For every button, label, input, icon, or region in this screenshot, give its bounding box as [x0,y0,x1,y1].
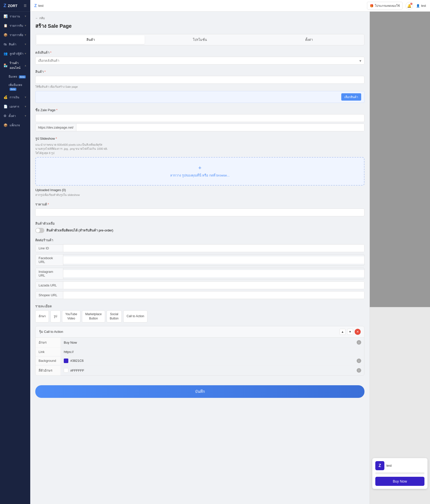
contact-row-line: Line ID [35,244,364,252]
sidebar-item-online-store[interactable]: 🏪ร้านค้าออนไลน์ ▲ [0,58,30,72]
price-label: ราคาแต้ * [35,202,364,207]
detail-btn-cta[interactable]: Call to Action [123,310,147,322]
cta-controls: ▲ ▼ ✕ [340,329,361,335]
warehouse-select[interactable]: เลือกคลังสินค้า [35,57,364,65]
tab-products[interactable]: สินค้า [37,35,145,44]
instagram-input[interactable] [63,270,364,277]
warehouse-section: คลังสินค้า * เลือกคลังสินค้า ▼ [35,50,364,65]
shopee-label: Shopee URL [36,291,63,299]
cta-delete-button[interactable]: ✕ [355,329,361,335]
logo-text: ZORT [8,4,17,8]
text-color-input[interactable] [70,369,355,372]
preview-price-bar [375,472,424,474]
sidebar-sub-item-themes[interactable]: ธีมเพจ Beta [0,72,30,81]
cta-block: รุ้ม Call to Action ▲ ▼ ✕ อักษร [35,326,364,376]
tab-promotions[interactable]: โปรโมชั่น [146,35,254,44]
contact-row-shopee: Shopee URL [35,291,364,299]
sidebar-sub-item-add-page[interactable]: เพิ่มธีมเพจ Beta [0,81,30,93]
preorder-section: สินค้าตัวเหลือ สินค้าตัวเหลือติดลบได้ (ส… [35,221,364,233]
cta-up-button[interactable]: ▲ [340,329,346,335]
product-section: สินค้า * ใช้ชื่อสินค้า เพื่อเริ่มสร้าง S… [35,69,364,103]
sidebar: Z ZORT ☰ 📊รายงาน ▼ 📋รายการรับ ▼ 📦รายการส… [0,0,30,504]
cta-field-row-background: Background i [36,356,364,366]
cta-field-value-link [61,348,364,356]
save-button[interactable]: บันทึก [35,385,364,398]
lazada-input[interactable] [63,282,364,289]
themes-badge: Beta [19,75,26,78]
cta-down-button[interactable]: ▼ [347,329,353,335]
cta-fields: อักษร i Link [36,338,364,375]
text-color-swatch[interactable] [64,368,68,373]
cta-text-info-icon[interactable]: i [357,340,361,345]
sidebar-item-dashboard[interactable]: 📊รายงาน ▼ [0,12,30,21]
sale-page-name-input[interactable] [35,114,364,122]
cta-link-input[interactable] [64,350,361,354]
sidebar-item-orders[interactable]: 📦รายการสั่อ ▼ [0,30,30,40]
cta-field-row-link: Link [36,348,364,356]
slideshow-hint: แนะนำภาพขนาด 600x600 pixels และเป็นสีเหล… [35,143,364,155]
preorder-label: สินค้าตัวเหลือ [35,221,364,226]
tab-settings[interactable]: ตั้งค่า [255,35,363,44]
warehouse-label: คลังสินค้า * [35,50,364,55]
uploaded-images-hint: ลากรูปเพื่อเรียงลำดับรูปใน slideshow [35,193,364,197]
notification-badge: 0 [410,3,412,5]
contact-row-facebook: Facebook URL [35,254,364,266]
facebook-label: Facebook URL [36,254,63,265]
url-slug-input[interactable] [76,124,364,131]
background-color-input[interactable] [70,359,355,363]
instagram-label: Instagram URL [36,268,63,279]
facebook-input[interactable] [63,256,364,264]
cta-field-row-text-color: สีตัวอักษร i [36,366,364,375]
back-link[interactable]: ← กลับ [35,16,364,20]
user-menu[interactable]: 👤 test [416,4,426,8]
menu-icon[interactable]: ☰ [24,4,27,8]
text-color-info-icon[interactable]: i [357,368,361,373]
cta-text-input[interactable] [64,341,355,344]
browse-product-button[interactable]: เลือกสินค้า [341,93,361,101]
slideshow-label: รูป Slideshow * [35,136,364,141]
detail-btn-social[interactable]: Social Button [107,310,122,322]
sidebar-item-expenses[interactable]: 📋รายการรับ ▼ [0,21,30,30]
trial-button[interactable]: 🎁 โปรแกรมทดลองใช้ [367,2,403,10]
sidebar-item-customers[interactable]: 👥ลูกค้า/คู้ค้า ▼ [0,49,30,58]
sidebar-item-settings[interactable]: ⚙ตั้งค่า ▼ [0,111,30,121]
cta-title: รุ้ม Call to Action [39,329,63,334]
line-input[interactable] [63,245,364,252]
contact-label: ติดต่อร้านค้า [35,238,364,243]
cta-field-label-background: Background [36,357,61,365]
content-area: ← กลับ สร้าง Sale Page สินค้า โปรโมชั่น … [30,12,430,504]
sidebar-item-finance[interactable]: 💰การเงิน ▼ [0,93,30,102]
warehouse-select-wrapper: เลือกคลังสินค้า ▼ [35,57,364,65]
slideshow-section: รูป Slideshow * แนะนำภาพขนาด 600x600 pix… [35,136,364,197]
detail-btn-marketplace[interactable]: Marketplace Button [82,310,105,322]
contact-grid: Line ID Facebook URL Instagram URL Lazad… [35,244,364,299]
contact-row-instagram: Instagram URL [35,268,364,279]
background-info-icon[interactable]: i [357,359,361,363]
uploaded-images-label: Uploaded Images (0) [35,188,364,192]
detail-btn-image[interactable]: รูป [50,310,60,322]
sidebar-item-products[interactable]: 🛍สินค้า ▼ [0,40,30,49]
topbar-logo-icon: Z [34,4,37,8]
sidebar-item-documents[interactable]: 📄เอกสาร ▼ [0,102,30,111]
notifications-button[interactable]: 🔔 0 [406,2,413,10]
price-input[interactable] [35,209,364,216]
sidebar-item-package[interactable]: 📦แพ็กเกจ [0,121,30,130]
detail-label: รายละเอียด [35,304,364,309]
preview-brand-name: test [386,464,392,467]
topbar: Z test 🎁 โปรแกรมทดลองใช้ 🔔 0 👤 test [30,0,430,12]
price-section: ราคาแต้ * [35,202,364,216]
shopee-input[interactable] [63,291,364,299]
sidebar-logo: Z ZORT ☰ [0,0,30,12]
page-title: สร้าง Sale Page [35,22,364,30]
detail-btn-text[interactable]: อักษร [35,310,49,322]
tabs-container: สินค้า โปรโมชั่น ตั้งค่า [35,34,364,45]
logo-z-icon: Z [4,3,6,8]
preorder-toggle-row: สินค้าตัวเหลือติดลบได้ (สำหรับสินค้า pre… [35,228,364,233]
detail-btn-youtube[interactable]: YouTube Video [62,310,80,322]
preview-buy-button[interactable]: Buy Now [375,477,424,486]
background-color-swatch[interactable] [64,359,68,363]
upload-area[interactable]: + ลากวาง รูปของคุณที่นี่ หรือ กดที่ brow… [35,157,364,186]
main-content: ← กลับ สร้าง Sale Page สินค้า โปรโมชั่น … [30,12,370,504]
product-input[interactable] [35,76,364,84]
preorder-toggle[interactable] [35,228,44,233]
